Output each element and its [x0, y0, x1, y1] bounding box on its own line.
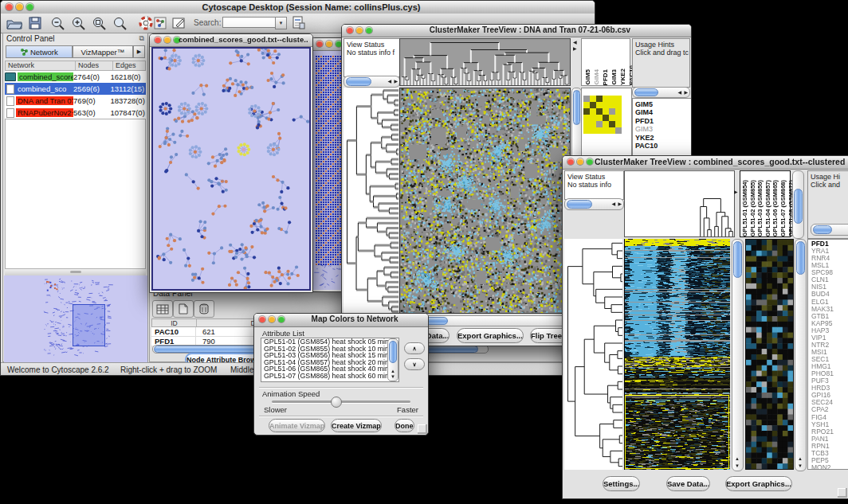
- scroll-right-icon[interactable]: ▶: [684, 90, 688, 95]
- scroll-left-icon[interactable]: ◀: [677, 90, 681, 95]
- minimize-icon[interactable]: [356, 27, 363, 33]
- tv1-export-graphics-button[interactable]: Export Graphics...: [457, 328, 524, 343]
- new-attribute-button[interactable]: [173, 300, 194, 318]
- animate-vizmap-button[interactable]: Animate Vizmap: [269, 419, 325, 432]
- tv1-usage-hscroll-thumb[interactable]: [634, 88, 658, 96]
- tv2-vscroll-thumb[interactable]: [733, 241, 742, 278]
- col-edges[interactable]: Edges: [113, 61, 145, 70]
- tv1-status-hscroll-thumb[interactable]: [346, 77, 371, 86]
- scroll-left-icon[interactable]: ◀: [611, 201, 615, 206]
- tv2-zoom-vscrollbar[interactable]: ▲ ▼: [795, 239, 807, 471]
- move-down-button[interactable]: ∨: [404, 358, 425, 370]
- close-icon[interactable]: [567, 158, 574, 165]
- annotation-button[interactable]: [170, 15, 189, 30]
- tv2-labels-vscroll-thumb[interactable]: [794, 189, 803, 224]
- treeview1-title-bar[interactable]: ClusterMaker TreeView : DNA and Tran 07-…: [342, 25, 691, 37]
- nav-left-icon[interactable]: ◀: [573, 40, 577, 45]
- col-id[interactable]: ID: [152, 319, 197, 326]
- scroll-up-icon[interactable]: ▲: [798, 456, 803, 461]
- network-row[interactable]: DNA and Tran 07769(0)183728(0): [5, 95, 146, 107]
- minimize-icon[interactable]: [164, 37, 171, 43]
- tv2-heatmap[interactable]: [624, 239, 730, 470]
- scroll-up-icon[interactable]: ▲: [391, 369, 395, 373]
- scroll-up-icon[interactable]: ▲: [735, 456, 740, 461]
- zoom-selected-button[interactable]: [90, 15, 109, 30]
- network-canvas[interactable]: [151, 47, 311, 291]
- tv1-row-dendrogram[interactable]: [344, 88, 398, 314]
- tv1-usage-hscrollbar[interactable]: ◀ ▶: [632, 87, 690, 98]
- zoom-in-button[interactable]: [69, 15, 88, 30]
- tv2-zoom-vscroll-thumb[interactable]: [796, 241, 805, 275]
- zoom-icon[interactable]: [366, 27, 372, 33]
- nav-right-icon[interactable]: ▶: [734, 189, 738, 194]
- col-nodes[interactable]: Nodes: [76, 61, 113, 70]
- tv2-column-label[interactable]: GPL51-06 (GSM865): [772, 180, 779, 236]
- scroll-right-icon[interactable]: ▶: [618, 201, 622, 206]
- tv2-settings-button[interactable]: Settings...: [603, 476, 640, 491]
- scroll-left-icon[interactable]: ◀: [387, 79, 391, 84]
- dialog-title-bar[interactable]: Map Colors to Network: [254, 314, 428, 327]
- close-icon[interactable]: [6, 3, 13, 10]
- tv1-column-label[interactable]: PFD1: [602, 69, 609, 85]
- zoom-icon[interactable]: [278, 316, 285, 322]
- tv1-vscroll-thumb[interactable]: [573, 90, 580, 125]
- network-editor-button[interactable]: [151, 15, 170, 30]
- tv1-gene-label[interactable]: GIM4: [635, 108, 692, 116]
- tv2-column-label[interactable]: GPL51-01 (GSM854): [742, 180, 749, 236]
- scroll-down-icon[interactable]: ▼: [391, 374, 395, 379]
- tab-vizmapper[interactable]: VizMapper™: [73, 45, 133, 58]
- network-row[interactable]: combined_sco2569(6)13112(15): [5, 83, 146, 95]
- float-panel-icon[interactable]: ⧉: [139, 34, 144, 43]
- attribute-list[interactable]: GPL51-01 (GSM854) heat shock 05 minGPL51…: [261, 338, 399, 382]
- open-session-button[interactable]: [5, 15, 24, 30]
- tv1-heatmap[interactable]: [399, 88, 571, 314]
- resize-grip[interactable]: [418, 424, 427, 434]
- tv1-gene-label[interactable]: GIM5: [635, 100, 692, 108]
- tv2-column-label[interactable]: GPL51-07 (GSM868): [780, 180, 787, 236]
- tv2-labels-vscrollbar[interactable]: [792, 170, 804, 239]
- tv1-column-dendrogram[interactable]: [399, 38, 571, 86]
- search-dropdown-icon[interactable]: ▼: [275, 17, 287, 29]
- search-input[interactable]: [222, 17, 277, 28]
- tv2-save-data-button[interactable]: Save Data...: [666, 476, 710, 491]
- tv1-gene-label[interactable]: YKE2: [635, 134, 692, 142]
- background-network-view[interactable]: [313, 51, 345, 290]
- nav-right-icon[interactable]: ▶: [573, 46, 577, 51]
- attribute-item[interactable]: GPL51-07 (GSM868) heat shock 60 min: [261, 373, 398, 380]
- network-window-title-bar[interactable]: combined_scores_good.txt--cluste...: [150, 34, 312, 47]
- tv2-usage-hscrollbar[interactable]: [811, 224, 848, 236]
- tv2-status-hscroll-thumb[interactable]: [567, 200, 592, 209]
- done-button[interactable]: Done: [395, 419, 414, 432]
- delete-attribute-button[interactable]: [194, 300, 214, 318]
- resize-grip[interactable]: [838, 488, 847, 498]
- close-icon[interactable]: [259, 316, 265, 322]
- close-icon[interactable]: [155, 37, 161, 43]
- zoom-out-button[interactable]: [49, 15, 68, 30]
- minimize-icon[interactable]: [326, 41, 332, 47]
- move-up-button[interactable]: ∧: [404, 342, 425, 354]
- tv2-vscrollbar[interactable]: ▲ ▼: [732, 239, 744, 471]
- tv1-column-label[interactable]: GIM3: [610, 69, 618, 85]
- tv1-gene-label[interactable]: GIM3: [635, 125, 692, 133]
- zoom-icon[interactable]: [587, 158, 593, 165]
- tv2-row-dendrogram[interactable]: [564, 239, 622, 470]
- tv1-gene-label[interactable]: PFD1: [635, 117, 692, 125]
- tv1-column-label[interactable]: GIM4: [593, 69, 600, 85]
- speed-slider-thumb[interactable]: [331, 397, 342, 408]
- save-session-button[interactable]: [26, 15, 45, 30]
- tv2-status-hscrollbar[interactable]: ◀ ▶: [564, 198, 624, 210]
- close-icon[interactable]: [316, 41, 323, 47]
- scroll-right-icon[interactable]: ▶: [394, 79, 398, 84]
- tv1-status-hscrollbar[interactable]: ◀ ▶: [344, 76, 400, 88]
- main-title-bar[interactable]: Cytoscape Desktop (Session Name: collins…: [1, 1, 595, 14]
- scroll-down-icon[interactable]: ▼: [735, 463, 740, 468]
- scroll-down-icon[interactable]: ▼: [798, 463, 803, 468]
- network-row[interactable]: combined_scores2764(0)16218(0): [5, 71, 146, 83]
- minimize-icon[interactable]: [577, 158, 583, 165]
- zoom-fit-button[interactable]: [111, 15, 130, 30]
- tv1-gene-label[interactable]: PAC10: [635, 142, 692, 150]
- treeview2-title-bar[interactable]: ClusterMaker TreeView : combined_scores_…: [563, 156, 848, 170]
- tab-network[interactable]: Network: [6, 45, 73, 58]
- tv2-usage-hscroll-thumb[interactable]: [813, 225, 832, 234]
- tv2-export-graphics-button[interactable]: Export Graphics...: [725, 476, 792, 491]
